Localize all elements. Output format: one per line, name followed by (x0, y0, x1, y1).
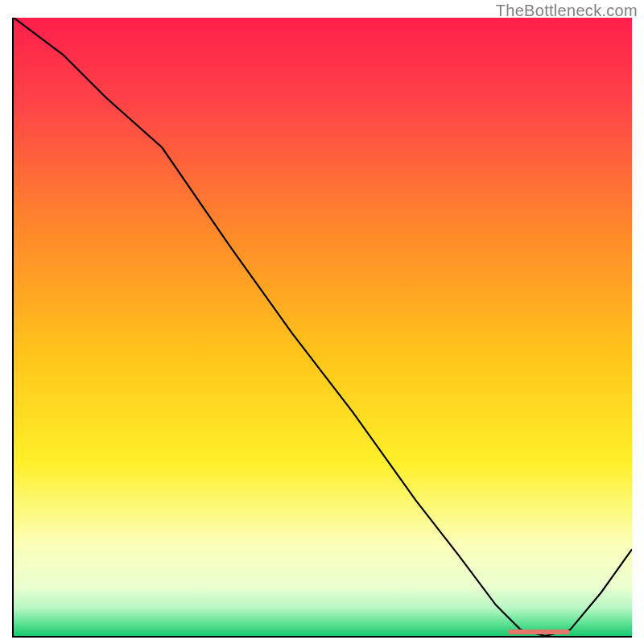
gradient-bg (14, 18, 632, 636)
watermark-text: TheBottleneck.com (496, 2, 638, 20)
optimum-marker (508, 630, 570, 634)
plot-area (14, 18, 632, 636)
chart-container: TheBottleneck.com (0, 0, 644, 644)
curve-layer (14, 18, 632, 636)
plot-frame (12, 18, 632, 638)
